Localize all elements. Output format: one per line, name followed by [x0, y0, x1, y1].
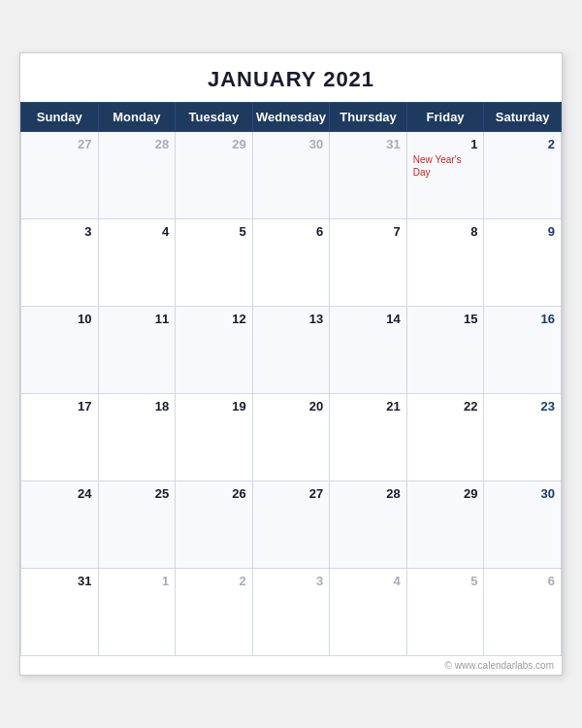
calendar-day-cell: 1	[98, 569, 176, 656]
day-number: 16	[490, 312, 555, 326]
calendar-week-row: 31123456	[21, 569, 562, 656]
day-number: 26	[181, 486, 246, 501]
days-of-week-row: SundayMondayTuesdayWednesdayThursdayFrid…	[21, 103, 562, 132]
calendar-title: JANUARY 2021	[20, 53, 562, 102]
day-number: 3	[27, 224, 92, 239]
day-number: 29	[181, 137, 246, 151]
calendar-day-cell: 23	[484, 394, 562, 481]
calendar-day-cell: 4	[98, 219, 176, 307]
day-number: 20	[259, 399, 324, 414]
calendar-day-cell: 4	[330, 569, 407, 656]
day-number: 6	[490, 574, 555, 588]
calendar-day-cell: 27	[252, 481, 330, 569]
calendar-week-row: 3456789	[21, 219, 562, 307]
calendar-day-cell: 1New Year's Day	[406, 132, 484, 219]
day-of-week-header: Saturday	[484, 103, 562, 132]
calendar-day-cell: 6	[484, 569, 562, 656]
day-number: 2	[181, 574, 246, 588]
calendar-day-cell: 19	[176, 394, 253, 481]
day-number: 3	[259, 574, 324, 588]
calendar-week-row: 10111213141516	[21, 307, 562, 394]
calendar-day-cell: 10	[21, 307, 99, 394]
calendar-day-cell: 9	[484, 219, 562, 307]
day-number: 6	[259, 224, 324, 239]
calendar-day-cell: 30	[252, 132, 330, 219]
calendar-day-cell: 15	[406, 307, 484, 394]
day-number: 24	[27, 486, 92, 501]
calendar-day-cell: 29	[406, 481, 484, 569]
day-number: 5	[413, 574, 478, 588]
calendar-day-cell: 24	[21, 481, 99, 569]
day-number: 30	[259, 137, 324, 151]
calendar-day-cell: 16	[484, 307, 562, 394]
calendar-day-cell: 28	[330, 481, 407, 569]
calendar-day-cell: 3	[21, 219, 99, 307]
holiday-label: New Year's Day	[413, 153, 478, 179]
calendar-day-cell: 8	[406, 219, 484, 307]
day-number: 4	[336, 574, 401, 588]
day-number: 10	[27, 312, 92, 326]
day-number: 23	[490, 399, 555, 414]
calendar-day-cell: 18	[98, 394, 176, 481]
calendar-day-cell: 31	[21, 569, 99, 656]
calendar-body: 27282930311New Year's Day234567891011121…	[21, 132, 562, 656]
calendar-week-row: 24252627282930	[21, 481, 562, 569]
day-number: 4	[105, 224, 170, 239]
day-number: 5	[181, 224, 246, 239]
day-number: 17	[27, 399, 92, 414]
calendar-day-cell: 12	[176, 307, 253, 394]
day-number: 1	[105, 574, 170, 588]
calendar-week-row: 27282930311New Year's Day2	[21, 132, 562, 219]
day-number: 22	[413, 399, 478, 414]
calendar-week-row: 17181920212223	[21, 394, 562, 481]
calendar-grid: SundayMondayTuesdayWednesdayThursdayFrid…	[20, 102, 562, 656]
calendar-day-cell: 22	[406, 394, 484, 481]
day-number: 14	[336, 312, 401, 326]
calendar-day-cell: 13	[252, 307, 330, 394]
calendar-day-cell: 27	[21, 132, 99, 219]
day-number: 18	[105, 399, 170, 414]
calendar-day-cell: 29	[176, 132, 253, 219]
day-number: 27	[27, 137, 92, 151]
calendar-day-cell: 30	[484, 481, 562, 569]
day-of-week-header: Thursday	[330, 103, 407, 132]
day-number: 8	[413, 224, 478, 239]
day-of-week-header: Monday	[98, 103, 176, 132]
calendar-day-cell: 28	[98, 132, 176, 219]
day-of-week-header: Wednesday	[252, 103, 330, 132]
day-number: 31	[27, 574, 92, 588]
day-number: 7	[336, 224, 401, 239]
calendar-day-cell: 6	[252, 219, 330, 307]
day-number: 31	[336, 137, 401, 151]
day-number: 2	[490, 137, 555, 151]
calendar-day-cell: 2	[484, 132, 562, 219]
day-number: 15	[413, 312, 478, 326]
day-of-week-header: Sunday	[21, 103, 99, 132]
day-number: 30	[490, 486, 555, 501]
calendar-day-cell: 25	[98, 481, 176, 569]
calendar-day-cell: 26	[176, 481, 253, 569]
calendar-day-cell: 11	[98, 307, 176, 394]
calendar-day-cell: 7	[330, 219, 407, 307]
day-number: 25	[105, 486, 170, 501]
day-of-week-header: Friday	[406, 103, 484, 132]
day-number: 29	[413, 486, 478, 501]
day-number: 28	[336, 486, 401, 501]
calendar-day-cell: 20	[252, 394, 330, 481]
day-of-week-header: Tuesday	[176, 103, 253, 132]
calendar-container: JANUARY 2021 SundayMondayTuesdayWednesda…	[19, 52, 563, 676]
calendar-day-cell: 21	[330, 394, 407, 481]
day-number: 1	[413, 137, 478, 151]
calendar-day-cell: 5	[176, 219, 253, 307]
day-number: 9	[490, 224, 555, 239]
calendar-day-cell: 2	[176, 569, 253, 656]
day-number: 27	[259, 486, 324, 501]
day-number: 21	[336, 399, 401, 414]
day-number: 28	[105, 137, 170, 151]
day-number: 19	[181, 399, 246, 414]
watermark: © www.calendarlabs.com	[20, 656, 562, 675]
day-number: 12	[181, 312, 246, 326]
day-number: 11	[105, 312, 170, 326]
calendar-day-cell: 3	[252, 569, 330, 656]
calendar-day-cell: 5	[406, 569, 484, 656]
